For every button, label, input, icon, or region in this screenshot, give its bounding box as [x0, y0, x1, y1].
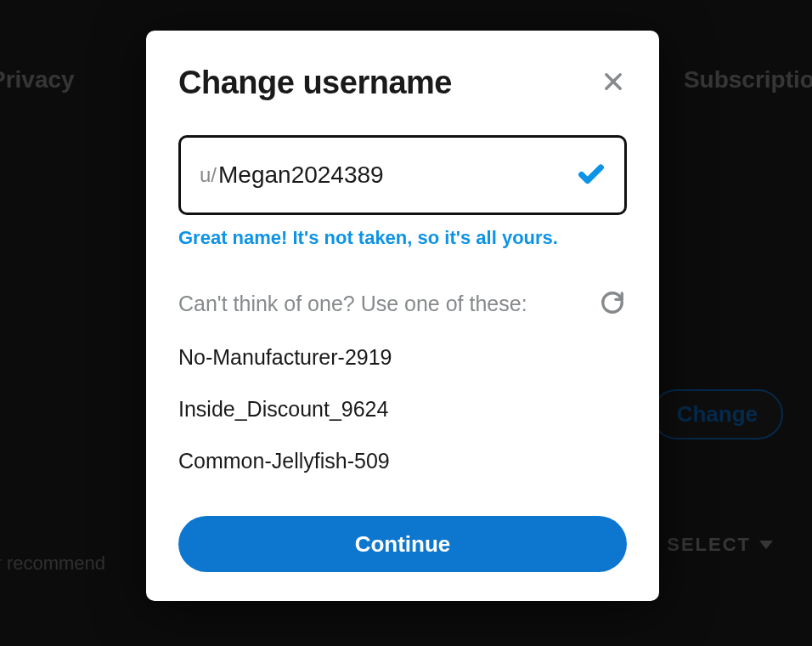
availability-hint: Great name! It's not taken, so it's all … — [178, 227, 627, 249]
check-icon — [577, 159, 606, 191]
refresh-suggestions-button[interactable] — [598, 288, 627, 320]
suggestion-item[interactable]: Common-Jellyfish-509 — [178, 449, 627, 473]
suggestion-item[interactable]: Inside_Discount_9624 — [178, 397, 627, 422]
close-icon — [601, 70, 625, 94]
username-input-wrap[interactable]: u/ — [178, 135, 627, 215]
suggestion-item[interactable]: No-Manufacturer-2919 — [178, 345, 627, 370]
continue-button[interactable]: Continue — [178, 516, 627, 572]
username-prefix: u/ — [200, 163, 217, 187]
suggestions-list: No-Manufacturer-2919 Inside_Discount_962… — [178, 345, 627, 473]
close-button[interactable] — [600, 68, 627, 95]
suggestions-header: Can't think of one? Use one of these: — [178, 288, 627, 320]
modal-header: Change username — [178, 65, 627, 101]
refresh-icon — [600, 290, 625, 315]
change-username-modal: Change username u/ Great name! It's not … — [146, 31, 659, 601]
modal-title: Change username — [178, 65, 452, 101]
username-input[interactable] — [218, 162, 577, 189]
suggestions-label: Can't think of one? Use one of these: — [178, 292, 527, 316]
